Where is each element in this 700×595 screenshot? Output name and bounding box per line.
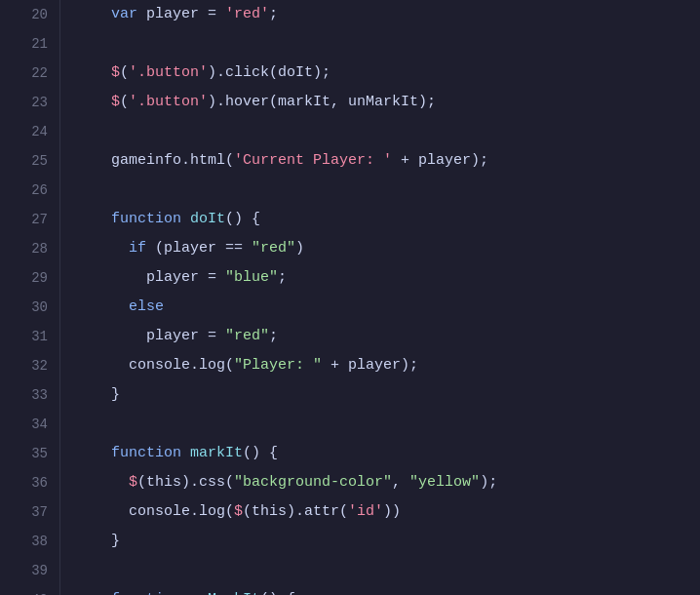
- line-number: 35: [0, 439, 48, 468]
- token: ).click(doIt);: [208, 59, 331, 88]
- code-line: function unMarkIt() {: [76, 585, 700, 595]
- line-number: 36: [0, 468, 48, 497]
- code-line: else: [76, 293, 700, 322]
- code-line: $('.button').click(doIt);: [76, 59, 700, 88]
- code-line: }: [76, 527, 700, 556]
- token: ,: [392, 468, 409, 497]
- token: doIt: [190, 205, 225, 234]
- line-number: 32: [0, 351, 48, 380]
- token: (player ==: [146, 234, 252, 263]
- token: $: [111, 59, 120, 88]
- token: "yellow": [409, 468, 480, 497]
- token: [76, 263, 146, 293]
- line-numbers: 2021222324252627282930313233343536373839…: [0, 0, 60, 595]
- token: player =: [137, 0, 225, 29]
- token: () {: [225, 205, 260, 234]
- token: () {: [260, 585, 295, 595]
- line-number: 25: [0, 146, 48, 176]
- code-line: console.log($(this).attr('id')): [76, 497, 700, 527]
- token: console.log(: [129, 497, 234, 527]
- code-line: if (player == "red"): [76, 234, 700, 263]
- line-number: 24: [0, 117, 48, 146]
- token: 'red': [225, 0, 269, 29]
- code-line: console.log("Player: " + player);: [76, 351, 700, 380]
- token: function: [111, 439, 181, 468]
- token: ).hover(markIt, unMarkIt);: [208, 88, 436, 117]
- token: ;: [269, 0, 278, 29]
- token: [76, 468, 129, 497]
- token: "red": [225, 322, 269, 351]
- token: [76, 497, 129, 527]
- token: [76, 59, 111, 88]
- token: [76, 146, 111, 176]
- code-line: function doIt() {: [76, 205, 700, 234]
- token: [181, 205, 190, 234]
- token: }: [111, 527, 120, 556]
- code-line: [76, 176, 700, 205]
- code-line: [76, 117, 700, 146]
- token: );: [480, 468, 497, 497]
- token: console.log(: [129, 351, 234, 380]
- token: (this).attr(: [243, 497, 348, 527]
- token: [76, 0, 111, 29]
- line-number: 20: [0, 0, 48, 29]
- token: [76, 585, 111, 595]
- line-number: 39: [0, 556, 48, 585]
- token: gameinfo.html(: [111, 146, 234, 176]
- token: + player);: [392, 146, 488, 176]
- token: $: [129, 468, 137, 497]
- token: [76, 351, 129, 380]
- code-line: $(this).css("background-color", "yellow"…: [76, 468, 700, 497]
- line-number: 34: [0, 410, 48, 439]
- token: [76, 322, 146, 351]
- token: [181, 439, 190, 468]
- code-line: var player = 'red';: [76, 0, 700, 29]
- line-number: 33: [0, 380, 48, 410]
- code-content[interactable]: var player = 'red'; $('.button').click(d…: [60, 0, 700, 595]
- code-line: [76, 556, 700, 585]
- token: '.button': [129, 88, 208, 117]
- token: player =: [146, 322, 225, 351]
- token: "blue": [225, 263, 278, 293]
- token: [76, 439, 111, 468]
- token: (: [120, 59, 129, 88]
- token: 'id': [348, 497, 383, 527]
- token: [76, 293, 129, 322]
- token: [76, 380, 111, 410]
- code-line: gameinfo.html('Current Player: ' + playe…: [76, 146, 700, 176]
- token: function: [111, 585, 181, 595]
- token: player =: [146, 263, 225, 293]
- code-editor: 2021222324252627282930313233343536373839…: [0, 0, 700, 595]
- token: "red": [252, 234, 295, 263]
- token: (: [120, 88, 129, 117]
- code-line: function markIt() {: [76, 439, 700, 468]
- token: markIt: [190, 439, 243, 468]
- code-line: [76, 410, 700, 439]
- line-number: 23: [0, 88, 48, 117]
- line-number: 38: [0, 527, 48, 556]
- token: (this).css(: [137, 468, 234, 497]
- token: var: [111, 0, 137, 29]
- token: [181, 585, 190, 595]
- line-number: 26: [0, 176, 48, 205]
- token: ;: [278, 263, 287, 293]
- token: '.button': [129, 59, 208, 88]
- token: [76, 527, 111, 556]
- token: [76, 88, 111, 117]
- line-number: 29: [0, 263, 48, 293]
- token: ;: [269, 322, 278, 351]
- line-number: 40: [0, 585, 48, 595]
- code-line: }: [76, 380, 700, 410]
- token: else: [129, 293, 164, 322]
- line-number: 30: [0, 293, 48, 322]
- line-number: 31: [0, 322, 48, 351]
- token: [76, 205, 111, 234]
- token: "background-color": [234, 468, 392, 497]
- token: $: [111, 88, 120, 117]
- token: $: [234, 497, 243, 527]
- code-line: $('.button').hover(markIt, unMarkIt);: [76, 88, 700, 117]
- code-line: player = "red";: [76, 322, 700, 351]
- token: "Player: ": [234, 351, 322, 380]
- token: [76, 234, 129, 263]
- token: function: [111, 205, 181, 234]
